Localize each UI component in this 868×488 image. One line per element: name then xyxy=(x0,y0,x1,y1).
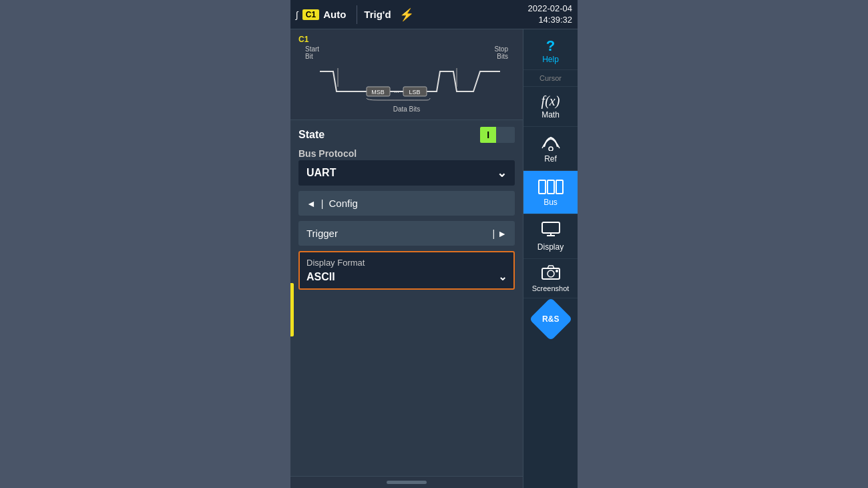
toggle-off xyxy=(496,127,515,143)
datetime: 2022-02-04 14:39:32 xyxy=(528,3,573,26)
bottom-scroll xyxy=(290,476,523,488)
math-label: Math xyxy=(541,110,560,119)
screenshot-camera-icon xyxy=(541,264,561,284)
battery-icon: ⚡ xyxy=(399,7,414,22)
display-icon xyxy=(541,221,561,241)
c1-diagram-label: C1 xyxy=(298,35,515,44)
controls-area: State I Bus Protocol UART ⌄ ◄ xyxy=(290,120,523,476)
ascii-label: ASCII xyxy=(306,271,335,283)
ref-label: Ref xyxy=(544,154,557,164)
trigger-right: | ► xyxy=(493,228,507,239)
start-bit-label: StartBit xyxy=(305,45,319,60)
svg-point-16 xyxy=(556,270,558,272)
trigger-play-icon: ► xyxy=(497,228,507,239)
display-label: Display xyxy=(537,242,564,252)
uart-waveform: MSB ··· LSB xyxy=(298,61,515,104)
state-toggle[interactable]: I xyxy=(480,127,515,143)
state-label: State xyxy=(298,129,324,141)
trigger-label: Trigger xyxy=(306,228,338,239)
screenshot-label: Screenshot xyxy=(532,284,570,292)
trigD-label: Trig'd xyxy=(364,9,391,20)
auto-label: Auto xyxy=(323,9,346,20)
sidebar-item-screenshot[interactable]: Screenshot xyxy=(523,259,578,298)
sidebar-item-bus[interactable]: Bus xyxy=(523,171,578,214)
data-bits-label: Data Bits xyxy=(298,105,515,113)
display-format-dropdown[interactable]: ASCII ⌄ xyxy=(306,270,507,283)
trigger-pipe-icon: | xyxy=(493,228,495,239)
rs-badge: R&S xyxy=(529,297,572,340)
trigger-button[interactable]: Trigger | ► xyxy=(298,221,515,246)
sidebar-item-help[interactable]: ? Help xyxy=(523,32,578,70)
sidebar-item-display[interactable]: Display xyxy=(523,214,578,259)
svg-point-7 xyxy=(549,147,553,151)
right-sidebar: ? Help Cursor f(x) Math xyxy=(523,29,578,488)
bus-icon xyxy=(537,178,564,196)
uart-dropdown[interactable]: UART ⌄ xyxy=(298,160,515,186)
dropdown-arrow-icon: ⌄ xyxy=(497,166,507,180)
left-accent-bar xyxy=(290,283,294,336)
main-area: C1 StartBit StopBits MSB ··· xyxy=(290,29,578,488)
svg-rect-10 xyxy=(556,180,563,194)
bus-protocol-section: Bus Protocol UART ⌄ xyxy=(298,148,515,186)
uart-diagram: C1 StartBit StopBits MSB ··· xyxy=(290,29,523,120)
uart-label: UART xyxy=(306,167,336,179)
c1-badge: C1 xyxy=(302,9,319,20)
help-label: Help xyxy=(542,55,559,64)
sidebar-item-cursor[interactable]: Cursor xyxy=(523,70,578,87)
display-format-arrow-icon: ⌄ xyxy=(498,270,507,283)
config-button[interactable]: ◄ | Config xyxy=(298,191,515,216)
config-pipe: | xyxy=(321,198,324,209)
left-panel: C1 StartBit StopBits MSB ··· xyxy=(290,29,523,488)
config-label: Config xyxy=(329,198,358,209)
stop-bits-label: StopBits xyxy=(494,45,508,60)
sidebar-item-ref[interactable]: Ref xyxy=(523,127,578,171)
config-left-arrow-icon: ◄ xyxy=(306,198,316,209)
svg-rect-11 xyxy=(542,222,560,233)
ref-icon xyxy=(541,134,561,154)
cursor-label: Cursor xyxy=(539,74,562,82)
bus-label: Bus xyxy=(544,198,558,207)
diagram-bit-labels: StartBit StopBits xyxy=(298,45,515,60)
display-format-section: Display Format ASCII ⌄ xyxy=(298,251,515,290)
rs-badge-container: R&S xyxy=(523,298,578,340)
scroll-indicator xyxy=(387,481,427,484)
help-icon: ? xyxy=(546,37,555,55)
top-bar: ∫ C1 Auto Trig'd ⚡ 2022-02-04 14:39:32 xyxy=(290,0,578,29)
rs-text: R&S xyxy=(542,315,559,323)
bus-protocol-label: Bus Protocol xyxy=(298,148,515,159)
svg-rect-8 xyxy=(539,180,546,194)
math-fx-icon: f(x) xyxy=(541,93,560,109)
svg-text:MSB: MSB xyxy=(371,89,385,95)
main-screen: ∫ C1 Auto Trig'd ⚡ 2022-02-04 14:39:32 C… xyxy=(290,0,578,488)
svg-rect-9 xyxy=(548,180,554,194)
display-format-label: Display Format xyxy=(306,258,507,268)
svg-text:LSB: LSB xyxy=(409,89,420,95)
svg-text:···: ··· xyxy=(394,89,399,95)
divider xyxy=(357,5,357,24)
signal-icon: ∫ xyxy=(296,9,298,20)
sidebar-item-math[interactable]: f(x) Math xyxy=(523,87,578,127)
svg-point-15 xyxy=(548,270,554,277)
state-row: State I xyxy=(298,127,515,143)
toggle-on[interactable]: I xyxy=(480,127,496,143)
